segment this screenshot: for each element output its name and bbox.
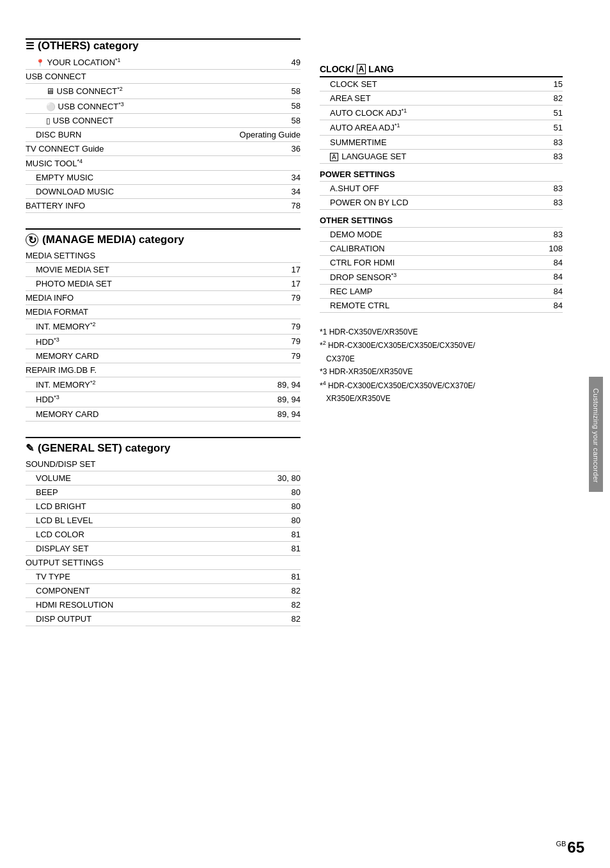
list-item: AUTO CLOCK ADJ*1 51 [320,106,563,120]
footnote-2: *2 HDR-CX300E/CX305E/CX350E/CX350VE/ CX3… [320,338,563,365]
list-item: SUMMERTIME 83 [320,136,563,150]
list-item: REMOTE CTRL 84 [320,299,563,313]
list-item: MOVIE MEDIA SET 17 [26,263,301,277]
list-item: CALIBRATION 108 [320,242,563,256]
list-item: A LANGUAGE SET 83 [320,150,563,164]
list-item: PHOTO MEDIA SET 17 [26,277,301,291]
list-item: DEMO MODE 83 [320,228,563,242]
list-item: 🖥 USB CONNECT*2 58 [26,84,301,99]
list-item: BATTERY INFO 78 [26,199,301,213]
list-item: TV CONNECT Guide 36 [26,142,301,156]
footnote-3: *3 HDR-XR350E/XR350VE [320,365,563,378]
list-item: CTRL FOR HDMI 84 [320,256,563,270]
usb-connect-header: USB CONNECT [26,70,301,84]
lang-set-icon: A [330,153,338,161]
left-column: ☰ (OTHERS) category 📍 YOUR LOCATION*1 49… [26,26,301,626]
sound-disp-header: SOUND/DISP SET [26,457,301,471]
lang-text: LANG [368,64,394,74]
list-item: ⚪ USB CONNECT*3 58 [26,99,301,114]
media-format-header: MEDIA FORMAT [26,305,301,319]
power-settings-header: POWER SETTINGS [320,168,563,182]
list-item: DISP OUTPUT 82 [26,612,301,626]
clock-lang-title: CLOCK/ [320,64,354,74]
list-item: AREA SET 82 [320,91,563,106]
list-item: LCD BL LEVEL 80 [26,514,301,528]
list-item: HDD*3 89, 94 [26,392,301,407]
others-section-title: ☰ (OTHERS) category [26,38,301,52]
page-number-container: GB 65 [556,840,584,855]
list-item: MUSIC TOOL*4 [26,156,301,171]
list-item: LCD COLOR 81 [26,528,301,542]
others-title-text: (OTHERS) category [38,40,139,52]
list-item: EMPTY MUSIC 34 [26,171,301,185]
repair-header: REPAIR IMG.DB F. [26,363,301,377]
list-item: HDMI RESOLUTION 82 [26,598,301,612]
list-item: INT. MEMORY*2 89, 94 [26,377,301,392]
page-number: 65 [567,840,584,855]
disc-icon: ⚪ [46,102,56,111]
list-item: DISC BURN Operating Guide [26,128,301,142]
clock-lang-header: CLOCK/ A LANG [320,64,563,77]
general-icon: ✎ [26,442,34,454]
list-item: AUTO AREA ADJ*1 51 [320,120,563,135]
list-item: BEEP 80 [26,485,301,500]
list-item: 📍 YOUR LOCATION*1 49 [26,55,301,70]
list-item: MEDIA INFO 79 [26,291,301,305]
list-item: DOWNLOAD MUSIC 34 [26,185,301,199]
list-item: DISPLAY SET 81 [26,542,301,556]
list-item: DROP SENSOR*3 84 [320,270,563,285]
list-item: LCD BRIGHT 80 [26,500,301,514]
clock-set-item: CLOCK SET 15 [320,77,563,91]
manage-title-text: (MANAGE MEDIA) category [42,233,184,246]
list-item: MEMORY CARD 89, 94 [26,407,301,422]
list-item: MEMORY CARD 79 [26,349,301,363]
card-icon: ▯ [46,116,51,125]
laptop-icon: 🖥 [46,87,54,97]
right-column: CLOCK/ A LANG CLOCK SET 15 AREA SET 82 A… [320,26,563,626]
output-settings-header: OUTPUT SETTINGS [26,556,301,570]
list-item: INT. MEMORY*2 79 [26,319,301,334]
list-item: COMPONENT 82 [26,584,301,598]
lang-icon: A [357,64,366,74]
manage-section-title: ↻ (MANAGE MEDIA) category [26,228,301,246]
list-item: VOLUME 30, 80 [26,471,301,485]
general-section-title: ✎ (GENERAL SET) category [26,437,301,455]
list-item: POWER ON BY LCD 83 [320,196,563,210]
list-item: HDD*3 79 [26,335,301,349]
list-item: ▯ USB CONNECT 58 [26,114,301,128]
list-item: TV TYPE 81 [26,570,301,584]
list-item: A.SHUT OFF 83 [320,182,563,196]
other-settings-header: OTHER SETTINGS [320,214,563,228]
manage-icon: ↻ [26,233,38,246]
item-icon: 📍 [36,59,45,67]
others-icon: ☰ [26,40,34,52]
footnote-4: *4 HDR-CX300E/CX350E/CX350VE/CX370E/ XR3… [320,379,563,406]
footnotes: *1 HDR-CX350VE/XR350VE *2 HDR-CX300E/CX3… [320,326,563,405]
page-gb-label: GB [556,840,566,848]
side-tab: Customizing your camcorder [589,377,603,492]
media-settings-header: MEDIA SETTINGS [26,249,301,263]
list-item: REC LAMP 84 [320,285,563,299]
footnote-1: *1 HDR-CX350VE/XR350VE [320,326,563,338]
general-title-text: (GENERAL SET) category [38,442,171,455]
